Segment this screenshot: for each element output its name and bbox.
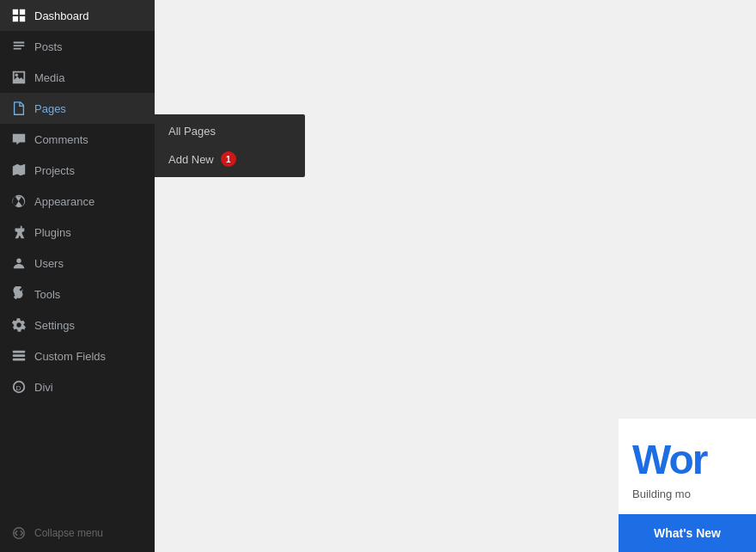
sidebar-item-divi[interactable]: D Divi bbox=[0, 371, 155, 402]
settings-icon bbox=[10, 316, 27, 334]
whats-new-button[interactable]: What's New bbox=[619, 514, 756, 552]
sidebar: Dashboard Posts Media Pages Comments Pro… bbox=[0, 0, 155, 552]
svg-rect-6 bbox=[13, 351, 25, 353]
pages-submenu: All Pages Add New 1 bbox=[155, 114, 305, 177]
sidebar-item-tools[interactable]: Tools bbox=[0, 279, 155, 310]
collapse-menu-button[interactable]: Collapse menu bbox=[0, 518, 155, 552]
submenu-item-add-new[interactable]: Add New 1 bbox=[155, 144, 305, 174]
users-icon bbox=[10, 255, 27, 272]
sidebar-item-dashboard-label: Dashboard bbox=[34, 9, 89, 22]
sidebar-item-posts[interactable]: Posts bbox=[0, 31, 155, 62]
sidebar-item-projects[interactable]: Projects bbox=[0, 155, 155, 186]
sidebar-item-appearance-label: Appearance bbox=[34, 195, 94, 208]
divi-icon: D bbox=[10, 378, 27, 396]
right-panel: Wor Building mo What's New bbox=[619, 0, 756, 552]
sidebar-item-users-label: Users bbox=[34, 257, 64, 270]
tools-icon bbox=[10, 285, 27, 303]
sidebar-item-posts-label: Posts bbox=[34, 40, 63, 53]
media-icon bbox=[10, 69, 27, 86]
sidebar-item-custom-fields-label: Custom Fields bbox=[34, 350, 106, 363]
all-pages-label: All Pages bbox=[168, 125, 216, 138]
custom-fields-icon bbox=[10, 347, 27, 365]
sidebar-item-users[interactable]: Users bbox=[0, 248, 155, 279]
add-new-label: Add New bbox=[168, 153, 214, 166]
svg-rect-2 bbox=[13, 16, 18, 21]
sidebar-item-media[interactable]: Media bbox=[0, 62, 155, 93]
sidebar-item-pages-label: Pages bbox=[34, 102, 66, 115]
comments-icon bbox=[10, 131, 27, 148]
svg-rect-7 bbox=[13, 354, 25, 357]
svg-point-4 bbox=[15, 74, 19, 77]
sidebar-item-plugins-label: Plugins bbox=[34, 226, 71, 239]
sidebar-item-comments[interactable]: Comments bbox=[0, 124, 155, 155]
right-card: Wor Building mo bbox=[619, 419, 756, 514]
submenu-item-all-pages[interactable]: All Pages bbox=[155, 118, 305, 144]
right-panel-subtitle: Building mo bbox=[632, 488, 742, 500]
sidebar-item-divi-label: Divi bbox=[34, 381, 53, 394]
sidebar-item-settings-label: Settings bbox=[34, 319, 75, 332]
pages-icon bbox=[10, 100, 27, 117]
svg-rect-8 bbox=[13, 359, 25, 361]
right-top-area bbox=[619, 0, 756, 419]
sidebar-item-media-label: Media bbox=[34, 71, 64, 84]
sidebar-item-tools-label: Tools bbox=[34, 288, 60, 301]
right-panel-title: Wor bbox=[632, 439, 742, 481]
plugins-icon bbox=[10, 224, 27, 241]
svg-rect-3 bbox=[20, 16, 25, 21]
sidebar-item-comments-label: Comments bbox=[34, 133, 88, 146]
sidebar-item-dashboard[interactable]: Dashboard bbox=[0, 0, 155, 31]
svg-rect-0 bbox=[13, 9, 18, 15]
svg-rect-1 bbox=[20, 9, 25, 15]
sidebar-item-plugins[interactable]: Plugins bbox=[0, 217, 155, 248]
collapse-menu-label: Collapse menu bbox=[34, 527, 103, 539]
sidebar-item-appearance[interactable]: Appearance bbox=[0, 186, 155, 217]
sidebar-item-pages[interactable]: Pages bbox=[0, 93, 155, 124]
dashboard-icon bbox=[10, 7, 27, 24]
sidebar-item-projects-label: Projects bbox=[34, 164, 75, 177]
projects-icon bbox=[10, 162, 27, 179]
posts-icon bbox=[10, 38, 27, 55]
main-content: Wor Building mo What's New bbox=[155, 0, 756, 552]
appearance-icon bbox=[10, 193, 27, 210]
sidebar-item-custom-fields[interactable]: Custom Fields bbox=[0, 340, 155, 371]
add-new-badge: 1 bbox=[221, 151, 236, 167]
collapse-icon bbox=[10, 524, 27, 542]
svg-text:D: D bbox=[15, 384, 21, 392]
sidebar-item-settings[interactable]: Settings bbox=[0, 310, 155, 340]
svg-point-5 bbox=[16, 259, 21, 263]
